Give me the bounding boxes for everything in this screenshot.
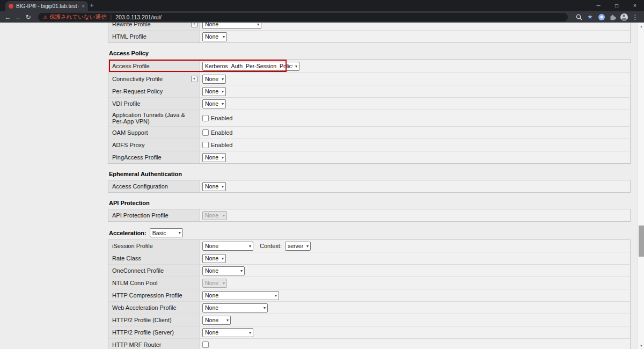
http-mrf-router-label: HTTP MRF Router — [112, 341, 161, 348]
extension-icon[interactable] — [596, 12, 607, 22]
window-minimize-button[interactable]: ─ — [589, 0, 608, 11]
ephemeral-authentication-block: Access Configuration None ▾ — [108, 180, 631, 193]
section-header-ephemeral-authentication: Ephemeral Authentication — [109, 171, 631, 177]
select-arrow-icon: ▾ — [257, 23, 259, 27]
tab-close-icon[interactable]: × — [82, 3, 85, 9]
form-row-ntlm-conn-pool: NTLM Conn Pool None ▾ — [108, 277, 630, 289]
form-row-pingaccess-profile: PingAccess Profile None ▾ — [108, 151, 630, 163]
scroll-up-button[interactable]: ▲ — [638, 23, 644, 30]
form-row-http2-profile-client: HTTP/2 Profile (Client) None ▾ — [108, 314, 630, 326]
rewrite-profile-add-button[interactable]: + — [191, 23, 197, 27]
form-row-vdi-profile: VDI Profile None ▾ — [108, 98, 630, 110]
api-protection-block: API Protection Profile None ▾ — [108, 209, 631, 222]
oneconnect-profile-select[interactable]: None ▾ — [202, 266, 245, 275]
ntlm-conn-pool-select: None ▾ — [202, 279, 227, 288]
section-header-api-protection: API Protection — [109, 200, 631, 206]
form-row-access-configuration: Access Configuration None ▾ — [108, 180, 630, 192]
window-controls: ─ □ × — [589, 0, 644, 11]
form-row-http-compression-profile: HTTP Compression Profile None ▾ — [108, 289, 630, 302]
select-arrow-icon: ▾ — [223, 34, 225, 39]
context-label: Context: — [260, 243, 282, 249]
rewrite-profile-select[interactable]: None ▾ — [202, 23, 261, 29]
virtual-server-form: Rewrite Profile + None ▾ HTML Profile No… — [108, 23, 631, 349]
http-compression-profile-select[interactable]: None ▾ — [202, 291, 279, 300]
adfs-proxy-label: ADFS Proxy — [112, 142, 145, 148]
vdi-profile-select[interactable]: None ▾ — [202, 99, 226, 108]
acceleration-label: Acceleration: — [109, 230, 147, 236]
window-close-button[interactable]: × — [626, 0, 644, 11]
html-profile-select[interactable]: None ▾ — [202, 32, 227, 41]
form-row-connectivity-profile: Connectivity Profile + None ▾ — [108, 73, 630, 85]
per-request-policy-select[interactable]: None ▾ — [202, 87, 226, 96]
isession-profile-label: iSession Profile — [112, 243, 153, 249]
http-mrf-router-checkbox[interactable] — [202, 341, 209, 348]
adfs-proxy-checkbox-label: Enabled — [211, 142, 232, 148]
page-scrollbar[interactable]: ▲ ▼ — [638, 23, 644, 349]
select-arrow-icon: ▾ — [222, 155, 224, 160]
web-acceleration-profile-label: Web Acceleration Profile — [112, 304, 177, 311]
rate-class-select[interactable]: None ▾ — [202, 254, 226, 263]
select-arrow-icon: ▾ — [223, 281, 225, 286]
app-tunnels-checkbox-label: Enabled — [211, 115, 232, 121]
vdi-profile-label: VDI Profile — [112, 100, 141, 107]
form-row-per-request-policy: Per-Request Policy None ▾ — [108, 85, 630, 98]
adfs-proxy-checkbox[interactable] — [202, 142, 209, 148]
select-arrow-icon: ▾ — [179, 230, 181, 235]
select-arrow-icon: ▾ — [249, 330, 251, 335]
zoom-icon[interactable] — [573, 12, 584, 22]
profiles-block: Rewrite Profile + None ▾ HTML Profile No… — [108, 23, 631, 43]
oam-support-checkbox[interactable] — [202, 129, 209, 136]
acceleration-header-row: Acceleration: Basic ▾ — [109, 228, 631, 237]
extensions-puzzle-icon[interactable] — [607, 12, 618, 22]
pingaccess-profile-select[interactable]: None ▾ — [202, 153, 226, 162]
oneconnect-profile-label: OneConnect Profile — [112, 267, 164, 274]
acceleration-block: iSession Profile None ▾ Context: server … — [108, 239, 631, 349]
form-row-app-tunnels: Application Tunnels (Java & Per-App VPN)… — [108, 110, 630, 127]
address-bar[interactable]: ⚠ 保護されていない通信 | 203.0.113.201/xui/ — [38, 13, 568, 21]
form-row-oneconnect-profile: OneConnect Profile None ▾ — [108, 265, 630, 277]
form-row-adfs-proxy: ADFS Proxy Enabled — [108, 139, 630, 151]
http2-profile-server-select[interactable]: None ▾ — [202, 328, 253, 337]
select-arrow-icon: ▾ — [222, 101, 224, 106]
omnibox-separator: | — [111, 14, 112, 20]
scrollbar-thumb[interactable] — [639, 226, 644, 257]
ntlm-conn-pool-label: NTLM Conn Pool — [112, 280, 157, 286]
back-button[interactable]: ← — [3, 13, 12, 21]
browser-menu-icon[interactable]: ⋮ — [630, 12, 641, 22]
avatar-icon — [620, 13, 628, 21]
access-configuration-label: Access Configuration — [112, 183, 168, 190]
bookmark-star-icon[interactable]: ★ — [584, 12, 596, 22]
new-tab-button[interactable]: + — [87, 1, 97, 9]
scroll-down-button[interactable]: ▼ — [638, 342, 644, 349]
isession-profile-select[interactable]: None ▾ — [202, 242, 253, 251]
http2-profile-client-label: HTTP/2 Profile (Client) — [112, 317, 172, 323]
form-row-api-protection-profile: API Protection Profile None ▾ — [108, 209, 630, 221]
per-request-policy-label: Per-Request Policy — [112, 88, 163, 94]
context-select[interactable]: server ▾ — [285, 242, 311, 251]
http2-profile-client-select[interactable]: None ▾ — [202, 316, 231, 325]
tab-strip: BIG-IP® - bigip01.lab.test (203.0 × + ─ … — [0, 0, 644, 11]
browser-tab[interactable]: BIG-IP® - bigip01.lab.test (203.0 × — [5, 1, 88, 11]
not-secure-warning-icon: ⚠ — [43, 14, 47, 20]
tab-title: BIG-IP® - bigip01.lab.test (203.0 — [16, 3, 79, 9]
form-row-web-acceleration-profile: Web Acceleration Profile None ▾ — [108, 302, 630, 314]
forward-button[interactable]: → — [13, 13, 23, 21]
connectivity-profile-add-button[interactable]: + — [191, 76, 197, 82]
profile-avatar[interactable] — [618, 12, 630, 22]
access-policy-block: Access Profile Kerberos_Auth_Per-Session… — [108, 59, 631, 164]
window-maximize-button[interactable]: □ — [608, 0, 626, 11]
http2-profile-server-label: HTTP/2 Profile (Server) — [112, 329, 174, 336]
access-configuration-select[interactable]: None ▾ — [202, 182, 226, 191]
web-acceleration-profile-select[interactable]: None ▾ — [202, 303, 268, 312]
select-arrow-icon: ▾ — [295, 64, 297, 69]
section-header-access-policy: Access Policy — [109, 50, 631, 56]
reload-button[interactable]: ↻ — [24, 13, 33, 21]
acceleration-select[interactable]: Basic ▾ — [150, 228, 183, 237]
oam-support-checkbox-label: Enabled — [211, 129, 232, 136]
not-secure-label[interactable]: 保護されていない通信 — [49, 13, 106, 21]
select-arrow-icon: ▾ — [222, 256, 224, 261]
access-profile-select[interactable]: Kerberos_Auth_Per-Session_Policy ▾ — [202, 62, 299, 71]
app-tunnels-checkbox[interactable] — [202, 115, 209, 121]
connectivity-profile-select[interactable]: None ▾ — [202, 75, 226, 84]
url-text[interactable]: 203.0.113.201/xui/ — [115, 14, 162, 20]
